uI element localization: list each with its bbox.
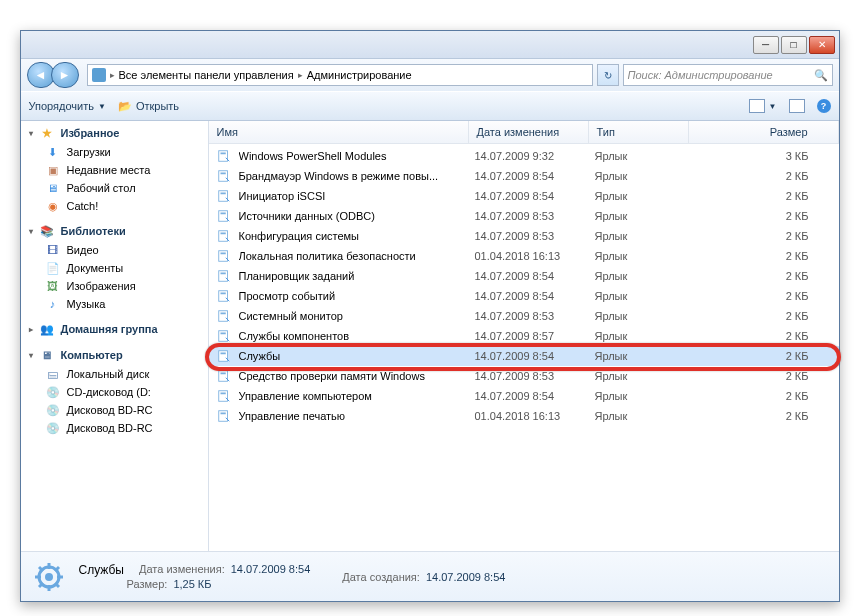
chevron-down-icon: ▼	[769, 102, 777, 111]
svg-rect-0	[218, 151, 227, 162]
tree-item-desktop[interactable]: 🖥Рабочий стол	[21, 179, 208, 197]
preview-pane-button[interactable]	[789, 99, 805, 113]
library-icon: 📚	[39, 224, 55, 238]
forward-button[interactable]: ►	[51, 62, 79, 88]
col-type[interactable]: Тип	[589, 121, 689, 143]
shortcut-icon	[215, 328, 233, 344]
tree-libraries[interactable]: ▾📚Библиотеки	[21, 221, 208, 241]
tree-favorites[interactable]: ▾★Избранное	[21, 123, 208, 143]
file-row[interactable]: Управление компьютером14.07.2009 8:54Ярл…	[209, 386, 839, 406]
svg-rect-12	[218, 271, 227, 282]
svg-rect-24	[218, 391, 227, 402]
file-row[interactable]: Локальная политика безопасности01.04.201…	[209, 246, 839, 266]
file-list-pane: Имя Дата изменения Тип Размер Windows Po…	[209, 121, 839, 551]
file-row[interactable]: Инициатор iSCSI14.07.2009 8:54Ярлык2 КБ	[209, 186, 839, 206]
titlebar: ─ □ ✕	[21, 31, 839, 59]
file-size: 2 КБ	[695, 230, 839, 242]
minimize-button[interactable]: ─	[753, 36, 779, 54]
tree-item-images[interactable]: 🖼Изображения	[21, 277, 208, 295]
col-date[interactable]: Дата изменения	[469, 121, 589, 143]
shortcut-icon	[215, 308, 233, 324]
file-row[interactable]: Системный монитор14.07.2009 8:53Ярлык2 К…	[209, 306, 839, 326]
col-name[interactable]: Имя	[209, 121, 469, 143]
file-type: Ярлык	[595, 350, 695, 362]
tree-item-bd1[interactable]: 💿Дисковод BD-RC	[21, 401, 208, 419]
bd-icon: 💿	[45, 403, 61, 417]
chevron-right-icon: ▸	[110, 70, 115, 80]
svg-rect-3	[220, 173, 225, 175]
svg-rect-20	[218, 351, 227, 362]
svg-rect-11	[220, 253, 225, 255]
homegroup-icon: 👥	[39, 322, 55, 336]
tree-item-documents[interactable]: 📄Документы	[21, 259, 208, 277]
breadcrumb-item[interactable]: Администрирование	[307, 69, 412, 81]
file-row[interactable]: Windows PowerShell Modules14.07.2009 9:3…	[209, 146, 839, 166]
shortcut-icon	[215, 208, 233, 224]
tree-item-video[interactable]: 🎞Видео	[21, 241, 208, 259]
preview-icon	[789, 99, 805, 113]
chevron-right-icon: ▸	[298, 70, 303, 80]
file-type: Ярлык	[595, 290, 695, 302]
svg-rect-19	[220, 333, 225, 335]
file-type: Ярлык	[595, 370, 695, 382]
col-size[interactable]: Размер	[689, 121, 839, 143]
file-type: Ярлык	[595, 170, 695, 182]
file-type: Ярлык	[595, 310, 695, 322]
breadcrumb-item[interactable]: Все элементы панели управления	[119, 69, 294, 81]
shortcut-icon	[215, 268, 233, 284]
svg-rect-21	[220, 353, 225, 355]
file-row[interactable]: Источники данных (ODBC)14.07.2009 8:53Яр…	[209, 206, 839, 226]
file-type: Ярлык	[595, 150, 695, 162]
file-name: Windows PowerShell Modules	[239, 150, 475, 162]
svg-rect-4	[218, 191, 227, 202]
column-headers: Имя Дата изменения Тип Размер	[209, 121, 839, 144]
svg-rect-18	[218, 331, 227, 342]
file-name: Средство проверки памяти Windows	[239, 370, 475, 382]
search-input[interactable]: Поиск: Администрирование 🔍	[623, 64, 833, 86]
organize-menu[interactable]: Упорядочить ▼	[29, 100, 106, 112]
file-row[interactable]: Службы компонентов14.07.2009 8:57Ярлык2 …	[209, 326, 839, 346]
file-row[interactable]: Средство проверки памяти Windows14.07.20…	[209, 366, 839, 386]
tree-item-recent[interactable]: ▣Недавние места	[21, 161, 208, 179]
file-date: 01.04.2018 16:13	[475, 250, 595, 262]
tree-homegroup[interactable]: ▸👥Домашняя группа	[21, 319, 208, 339]
tree-item-music[interactable]: ♪Музыка	[21, 295, 208, 313]
file-size: 2 КБ	[695, 370, 839, 382]
view-menu[interactable]: ▼	[749, 99, 777, 113]
shortcut-icon	[215, 288, 233, 304]
file-type: Ярлык	[595, 330, 695, 342]
shortcut-icon	[215, 348, 233, 364]
maximize-button[interactable]: □	[781, 36, 807, 54]
tree-item-downloads[interactable]: ⬇Загрузки	[21, 143, 208, 161]
file-size: 2 КБ	[695, 190, 839, 202]
file-row[interactable]: Планировщик заданий14.07.2009 8:54Ярлык2…	[209, 266, 839, 286]
collapse-icon: ▾	[29, 351, 33, 360]
tree-item-hdd[interactable]: 🖴Локальный диск	[21, 365, 208, 383]
file-name: Службы компонентов	[239, 330, 475, 342]
file-row[interactable]: Службы14.07.2009 8:54Ярлык2 КБ	[209, 346, 839, 366]
tree-item-bd2[interactable]: 💿Дисковод BD-RC	[21, 419, 208, 437]
file-date: 14.07.2009 8:53	[475, 210, 595, 222]
address-bar[interactable]: ▸ Все элементы панели управления ▸ Админ…	[87, 64, 593, 86]
catch-icon: ◉	[45, 199, 61, 213]
file-row[interactable]: Просмотр событий14.07.2009 8:54Ярлык2 КБ	[209, 286, 839, 306]
refresh-button[interactable]: ↻	[597, 64, 619, 86]
file-row[interactable]: Управление печатью01.04.2018 16:13Ярлык2…	[209, 406, 839, 426]
open-icon: 📂	[118, 100, 132, 113]
file-row[interactable]: Конфигурация системы14.07.2009 8:53Ярлык…	[209, 226, 839, 246]
tree-item-cd[interactable]: 💿CD-дисковод (D:	[21, 383, 208, 401]
svg-rect-7	[220, 213, 225, 215]
help-button[interactable]: ?	[817, 99, 831, 113]
svg-rect-1	[220, 153, 225, 155]
file-date: 01.04.2018 16:13	[475, 410, 595, 422]
tree-computer[interactable]: ▾🖥Компьютер	[21, 345, 208, 365]
svg-rect-5	[220, 193, 225, 195]
file-name: Системный монитор	[239, 310, 475, 322]
close-button[interactable]: ✕	[809, 36, 835, 54]
file-size: 3 КБ	[695, 150, 839, 162]
open-button[interactable]: 📂 Открыть	[118, 100, 179, 113]
file-date: 14.07.2009 8:54	[475, 390, 595, 402]
file-size: 2 КБ	[695, 250, 839, 262]
file-row[interactable]: Брандмауэр Windows в режиме повы...14.07…	[209, 166, 839, 186]
tree-item-catch[interactable]: ◉Catch!	[21, 197, 208, 215]
